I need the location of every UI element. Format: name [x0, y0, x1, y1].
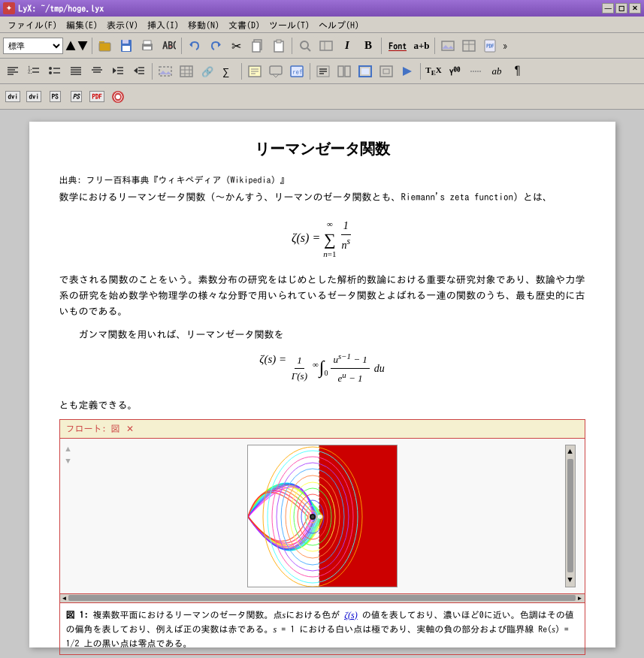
- separator-4: [381, 38, 382, 54]
- titlebar-left: ✦ LyX: ~/tmp/hoge.lyx: [3, 2, 104, 14]
- scrollbar-bottom[interactable]: ◄ ►: [60, 593, 585, 602]
- numbering-button[interactable]: 1.2.: [24, 62, 44, 81]
- copy-button[interactable]: [248, 36, 268, 56]
- float-header: フロート: 図 ✕: [60, 420, 585, 438]
- svg-point-18: [301, 41, 308, 49]
- align-left-button[interactable]: [3, 62, 23, 81]
- style-selector[interactable]: 標準: [3, 38, 63, 54]
- svg-line-19: [307, 48, 310, 51]
- separator-tb2-1: [152, 63, 153, 80]
- minimize-button[interactable]: ─: [602, 3, 614, 14]
- dvipdf-button[interactable]: dvi: [24, 87, 44, 107]
- column-button[interactable]: [334, 62, 354, 81]
- svg-rect-15: [252, 42, 260, 52]
- align-par-button[interactable]: [313, 62, 333, 81]
- pdf-view-button[interactable]: PDF: [480, 36, 500, 56]
- close-button[interactable]: ✕: [629, 3, 641, 14]
- view-button[interactable]: [316, 36, 336, 56]
- source-line: 出典: フリー百科事典『ウィキペディア（Wikipedia）』: [59, 173, 585, 187]
- undo-button[interactable]: [185, 36, 204, 56]
- justify-button[interactable]: [66, 62, 86, 81]
- svg-rect-77: [338, 66, 343, 77]
- caption-label: 図 1:: [66, 610, 89, 619]
- indent-button[interactable]: [108, 62, 128, 81]
- bullet-button[interactable]: [45, 62, 65, 81]
- svg-text:~: ~: [168, 45, 172, 53]
- svg-rect-81: [380, 66, 392, 77]
- pdf-button[interactable]: PDF: [87, 87, 107, 107]
- maximize-button[interactable]: □: [615, 3, 627, 14]
- menu-tools[interactable]: ツール(T): [265, 19, 314, 31]
- line-button[interactable]: [466, 62, 485, 81]
- svg-rect-20: [320, 41, 332, 50]
- spellcheck-button[interactable]: ABC~: [159, 36, 178, 56]
- outdent-button[interactable]: [129, 62, 149, 81]
- font-button[interactable]: Font: [385, 36, 410, 56]
- more-button[interactable]: »: [503, 41, 508, 51]
- svg-text:✂: ✂: [231, 40, 241, 52]
- separator-tb2-4: [420, 63, 421, 80]
- frame-button[interactable]: [376, 62, 396, 81]
- svg-rect-8: [144, 47, 151, 50]
- preview-button[interactable]: [398, 62, 417, 81]
- menu-insert[interactable]: 挿入(I): [143, 19, 183, 31]
- para-button[interactable]: ¶: [508, 62, 528, 81]
- main-area: リーマンゼータ関数 出典: フリー百科事典『ウィキペディア（Wikipedia）…: [0, 110, 644, 658]
- dvi-button[interactable]: dvi: [3, 87, 23, 107]
- svg-rect-7: [144, 41, 151, 44]
- find-button[interactable]: [295, 36, 315, 56]
- menu-edit[interactable]: 編集(E): [62, 19, 102, 31]
- body-text-1: で表される関数のことをいう。素数分布の研究をはじめとした解析的数論における重要な…: [59, 273, 585, 319]
- box-button[interactable]: [355, 62, 375, 81]
- scrollbar-right[interactable]: ▲ ▼: [565, 445, 576, 587]
- yoo-button[interactable]: Y00: [445, 62, 464, 81]
- preview2-button[interactable]: [108, 87, 128, 107]
- ps2-button[interactable]: PS: [66, 87, 86, 107]
- document-title: リーマンゼータ関数: [59, 137, 585, 161]
- image-button[interactable]: [438, 36, 458, 56]
- zeta-image: [247, 445, 398, 587]
- menu-file[interactable]: ファイル(F): [3, 19, 62, 31]
- svg-rect-78: [345, 66, 350, 77]
- note-button[interactable]: [245, 62, 265, 81]
- tex-button[interactable]: TEX: [424, 62, 443, 81]
- math-button[interactable]: ∑: [219, 62, 238, 81]
- float-close-icon[interactable]: ✕: [126, 421, 134, 436]
- menu-view[interactable]: 表示(V): [102, 19, 143, 31]
- bold-button[interactable]: I: [337, 36, 357, 56]
- open-button[interactable]: [95, 36, 115, 56]
- save-button[interactable]: [116, 36, 136, 56]
- menu-move[interactable]: 移動(N): [183, 19, 224, 31]
- center-button[interactable]: [87, 62, 107, 81]
- italic-ab-button[interactable]: ab: [487, 62, 506, 81]
- menu-help[interactable]: ヘルプ(H): [314, 19, 364, 31]
- separator-tb2-2: [241, 63, 242, 80]
- formula-button[interactable]: a+b: [412, 36, 431, 56]
- cross-ref-button[interactable]: ref: [287, 62, 307, 81]
- insert-table-button[interactable]: [177, 62, 196, 81]
- svg-marker-57: [159, 71, 171, 74]
- window-title: LyX: ~/tmp/hoge.lyx: [18, 4, 104, 13]
- float-image-area: ▲ ▼: [60, 439, 585, 593]
- redo-button[interactable]: [206, 36, 225, 56]
- print-button[interactable]: [138, 36, 157, 56]
- comment-button[interactable]: [266, 62, 286, 81]
- document: リーマンゼータ関数 出典: フリー百科事典『ウィキペディア（Wikipedia）…: [29, 122, 615, 647]
- svg-text:🔗: 🔗: [201, 65, 214, 78]
- float-box: フロート: 図 ✕ ▲ ▼: [59, 419, 585, 654]
- separator-2: [181, 38, 182, 54]
- svg-rect-80: [361, 68, 369, 74]
- insert-graphic-button[interactable]: [156, 62, 175, 81]
- ps-button[interactable]: PS: [45, 87, 65, 107]
- svg-rect-17: [277, 40, 281, 43]
- cut-button[interactable]: ✂: [227, 36, 246, 56]
- caption-text: 複素数平面におけるリーマンのゼータ関数。点sにおける色が ζ(s) の値を表して…: [66, 610, 574, 647]
- hyperlink-button[interactable]: 🔗: [198, 62, 217, 81]
- table-button[interactable]: [459, 36, 479, 56]
- toolbar-1: 標準 ▲▼ ABC~ ✂ I B Font: [0, 33, 644, 59]
- paste-button[interactable]: [269, 36, 289, 56]
- bold-button2[interactable]: B: [358, 36, 378, 56]
- float-caption: 図 1: 複素数平面におけるリーマンのゼータ関数。点sにおける色が ζ(s) の…: [60, 602, 585, 654]
- intro-text: 数学におけるリーマンゼータ関数（〜かんすう、リーマンのゼータ関数とも、Riema…: [59, 190, 585, 206]
- menu-document[interactable]: 文書(D): [224, 19, 265, 31]
